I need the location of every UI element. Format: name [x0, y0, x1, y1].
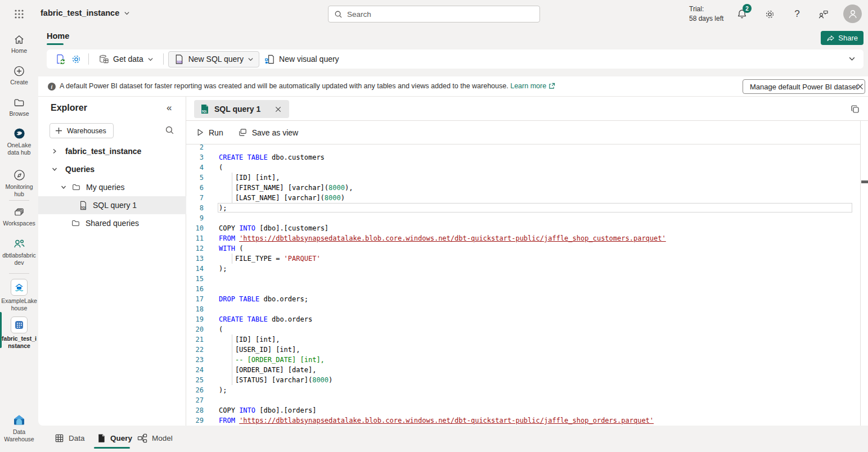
- code-line[interactable]: 6 [FIRST_NAME] [varchar](8000),: [186, 183, 860, 193]
- line-number: 16: [186, 284, 204, 294]
- code-text: );: [219, 203, 227, 213]
- query-tab-strip: SQL SQL query 1: [186, 97, 868, 121]
- code-text: CREATE TABLE dbo.customers: [219, 152, 325, 162]
- sql-file-green-icon: SQL: [200, 104, 209, 114]
- run-icon: [196, 128, 204, 137]
- settings-toolbar-button[interactable]: [68, 52, 84, 66]
- nav-browse[interactable]: Browse: [0, 97, 38, 117]
- manage-default-dataset-button[interactable]: Manage default Power BI dataset: [743, 79, 865, 94]
- code-line[interactable]: 23 -- [ORDER_DATE] [int],: [186, 355, 860, 365]
- tree-item-my-queries[interactable]: My queries: [38, 178, 186, 196]
- code-line[interactable]: 27: [186, 395, 860, 405]
- plus-circle-icon: [13, 65, 25, 77]
- code-line[interactable]: 28COPY INTO [dbo].[orders]: [186, 405, 860, 415]
- code-line[interactable]: 20(: [186, 324, 860, 335]
- share-button[interactable]: Share: [821, 31, 863, 45]
- code-line[interactable]: 12WITH (: [186, 243, 860, 254]
- document-refresh-icon: [55, 53, 66, 65]
- nav-home[interactable]: Home: [0, 34, 38, 55]
- code-line[interactable]: 26);: [186, 385, 860, 395]
- editor-overview-ruler[interactable]: [860, 121, 868, 426]
- tab-home[interactable]: Home: [47, 31, 69, 40]
- tree-item-shared-queries[interactable]: Shared queries: [38, 214, 186, 232]
- banner-close-icon[interactable]: [855, 82, 865, 92]
- tree-item-queries[interactable]: Queries: [38, 160, 186, 178]
- tree-item-warehouse-root[interactable]: fabric_test_instance: [38, 142, 186, 160]
- line-number: 15: [186, 274, 204, 284]
- code-text: CREATE TABLE dbo.orders: [219, 314, 312, 324]
- line-number: 8: [186, 203, 204, 213]
- nav-item-fabric-test-instance[interactable]: fabric_test_instance: [0, 317, 38, 350]
- bottom-tab-data[interactable]: Data: [55, 426, 85, 450]
- run-label: Run: [209, 128, 223, 137]
- bottom-tab-model[interactable]: Model: [137, 426, 173, 450]
- code-line[interactable]: 29FROM 'https://dbtlabsynapsedatalake.bl…: [186, 415, 860, 426]
- code-text: COPY INTO [dbo].[orders]: [219, 405, 316, 415]
- tab-close-icon[interactable]: [275, 106, 282, 113]
- save-as-view-button[interactable]: Save as view: [238, 128, 298, 137]
- tree-item-sql-query-1[interactable]: SQL SQL query 1: [38, 196, 186, 214]
- refresh-semantic-model-button[interactable]: [52, 52, 68, 66]
- code-line[interactable]: 14);: [186, 264, 860, 274]
- code-editor[interactable]: 23CREATE TABLE dbo.customers4(5 [ID] [in…: [186, 144, 860, 426]
- run-button[interactable]: Run: [196, 128, 223, 137]
- code-line[interactable]: 15: [186, 274, 860, 284]
- nav-onelake-data-hub[interactable]: OneLake data hub: [0, 127, 38, 156]
- code-line[interactable]: 25 [STATUS] [varchar](8000): [186, 375, 860, 385]
- add-warehouses-button[interactable]: Warehouses: [50, 123, 114, 138]
- current-line-highlight: [218, 203, 852, 213]
- code-line[interactable]: 5 [ID] [int],: [186, 173, 860, 183]
- account-avatar[interactable]: [843, 4, 862, 23]
- nav-monitoring-hub[interactable]: Monitoring hub: [0, 169, 38, 198]
- code-line[interactable]: 21 [ID] [int],: [186, 335, 860, 345]
- nav-data-warehouse[interactable]: Data Warehouse: [0, 413, 38, 443]
- explorer-search-icon[interactable]: [165, 125, 174, 135]
- bottom-tab-label: Model: [152, 434, 173, 442]
- app-launcher-icon[interactable]: [12, 7, 26, 21]
- new-sql-query-button[interactable]: SQL New SQL query: [168, 51, 259, 67]
- code-line[interactable]: 24 [ORDER_DATE] [date],: [186, 365, 860, 375]
- code-line[interactable]: 11FROM 'https://dbtlabsynapsedatalake.bl…: [186, 233, 860, 243]
- code-line[interactable]: 13 FILE_TYPE = 'PARQUET': [186, 254, 860, 264]
- settings-button[interactable]: [762, 7, 777, 21]
- nav-workspace-dbtlabsfabricdev[interactable]: dbtlabsfabricdev: [0, 238, 38, 266]
- toolbar-collapse-chevron[interactable]: [848, 55, 856, 62]
- code-line[interactable]: 7 [LAST_NAME] [varchar](8000): [186, 193, 860, 203]
- nav-label: Browse: [1, 110, 37, 117]
- code-line[interactable]: 3CREATE TABLE dbo.customers: [186, 152, 860, 162]
- code-line[interactable]: 9: [186, 213, 860, 223]
- tab-title: SQL query 1: [214, 105, 260, 114]
- line-number: 9: [186, 213, 204, 223]
- scrollbar-marker: [861, 180, 868, 183]
- copy-icon[interactable]: [850, 104, 860, 114]
- code-line[interactable]: 19CREATE TABLE dbo.orders: [186, 314, 860, 324]
- nav-create[interactable]: Create: [0, 65, 38, 86]
- help-button[interactable]: ?: [790, 7, 804, 21]
- tab-sql-query-1[interactable]: SQL SQL query 1: [194, 100, 289, 118]
- code-line[interactable]: 4(: [186, 162, 860, 173]
- command-toolbar: Get data SQL New SQL query New visual qu…: [47, 49, 863, 69]
- code-line[interactable]: 16: [186, 284, 860, 294]
- new-visual-query-button[interactable]: New visual query: [259, 52, 344, 67]
- code-line[interactable]: 17DROP TABLE dbo.orders;: [186, 294, 860, 304]
- code-line[interactable]: 10COPY INTO [dbo].[customers]: [186, 223, 860, 233]
- code-line[interactable]: 8);: [186, 203, 860, 213]
- nav-workspaces[interactable]: Workspaces: [0, 206, 38, 227]
- nav-item-examplelakehouse[interactable]: ExampleLakehouse: [0, 279, 38, 312]
- learn-more-link[interactable]: Learn more: [510, 82, 555, 90]
- get-data-label: Get data: [113, 55, 143, 64]
- get-data-button[interactable]: Get data: [93, 52, 159, 67]
- line-number: 22: [186, 345, 204, 355]
- workspace-title-dropdown[interactable]: fabric_test_instance: [41, 8, 130, 17]
- data-grid-icon: [55, 433, 64, 443]
- code-line[interactable]: 2: [186, 144, 860, 152]
- chevron-down-icon: [248, 56, 254, 62]
- code-line[interactable]: 22 [USER_ID] [int],: [186, 345, 860, 355]
- sql-file-icon: SQL: [79, 201, 88, 210]
- feedback-button[interactable]: [816, 7, 830, 21]
- search-input[interactable]: [347, 10, 534, 19]
- collapse-panel-icon[interactable]: «: [167, 102, 172, 114]
- gear-blue-icon: [71, 54, 82, 65]
- code-text: [FIRST_NAME] [varchar](8000),: [219, 183, 353, 193]
- code-line[interactable]: 18: [186, 304, 860, 314]
